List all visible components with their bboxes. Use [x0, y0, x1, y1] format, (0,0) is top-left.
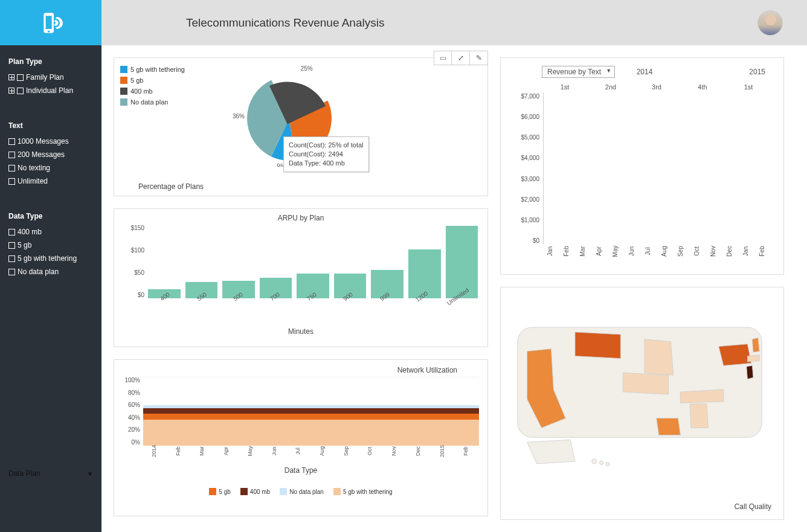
sidebar-item-1000-messages[interactable]: 1000 Messages: [8, 135, 93, 148]
checkbox[interactable]: [17, 88, 24, 94]
checkbox[interactable]: [8, 269, 15, 275]
data-plan-select[interactable]: Data Plan ▼: [8, 469, 93, 478]
header: Telecommunications Revenue Analysis: [101, 0, 807, 45]
avatar[interactable]: [757, 10, 783, 36]
arpu-panel: ARPU by Plan $150$100$50$0 4005505007007…: [114, 208, 488, 347]
sidebar-item-unlimited[interactable]: Unlimited: [8, 175, 93, 188]
svg-text:25%: 25%: [301, 65, 313, 72]
filters-panel: Plan Type Family Plan Individual Plan Te…: [0, 45, 101, 532]
arpu-xlabel: Minutes: [120, 327, 481, 336]
sidebar-item-individual-plan[interactable]: Individual Plan: [8, 84, 93, 97]
usa-map[interactable]: [508, 295, 776, 494]
network-xlabel: Data Type: [120, 466, 481, 475]
map-panel: Call Quality: [500, 287, 784, 520]
panel-toolbar: ▭ ⤢ ✎: [434, 51, 488, 65]
svg-point-5: [592, 459, 597, 464]
revenue-bars: [543, 93, 771, 244]
network-area: [143, 377, 479, 446]
checkbox[interactable]: [8, 242, 15, 249]
year-2015-label: 2015: [749, 68, 765, 76]
sidebar-item-5gb[interactable]: 5 gb: [8, 239, 93, 252]
sidebar: Plan Type Family Plan Individual Plan Te…: [0, 0, 101, 532]
filter-group-plan-type: Plan Type Family Plan Individual Plan: [8, 57, 93, 97]
network-panel: Network Utilization 100%80%60%40%20%0% 2…: [114, 359, 488, 516]
logo: [0, 0, 101, 45]
checkbox[interactable]: [8, 138, 15, 145]
svg-point-6: [599, 461, 603, 464]
checkbox[interactable]: [8, 229, 15, 236]
edit-button[interactable]: ✎: [470, 51, 488, 65]
sidebar-item-5gb-tethering[interactable]: 5 gb with tethering: [8, 252, 93, 265]
checkbox[interactable]: [8, 152, 15, 158]
plans-pie-panel: ▭ ⤢ ✎ 5 gb with tethering5 gb400 mbNo da…: [114, 57, 488, 196]
revenue-chart-panel: Revenue by Text 2014 2015 1st2nd3rd4th1s…: [500, 57, 784, 275]
arpu-x-axis: 4005505007007509009991200Unlimited: [148, 298, 478, 309]
year-2014-label: 2014: [637, 68, 653, 76]
checkbox[interactable]: [8, 165, 15, 171]
network-legend: 5 gb400 mbNo data plan5 gb with tetherin…: [120, 488, 481, 495]
network-x-axis: 2014FebMarAprMayJunJulAugSepOctNovDec201…: [143, 447, 479, 455]
quarter-labels: 1st2nd3rd4th1st: [542, 83, 771, 91]
pie-legend: 5 gb with tethering5 gb400 mbNo data pla…: [120, 64, 205, 190]
network-y-axis: 100%80%60%40%20%0%: [120, 377, 142, 446]
chevron-down-icon: ▼: [87, 470, 93, 477]
plan-type-title: Plan Type: [8, 57, 93, 66]
checkbox[interactable]: [17, 74, 24, 81]
comment-button[interactable]: ▭: [434, 51, 452, 65]
arpu-y-axis: $150$100$50$0: [120, 225, 147, 298]
filter-group-text: Text 1000 Messages 200 Messages No texti…: [8, 121, 93, 188]
revenue-x-axis: JanFebMarAprMayJunJulAugSepOctNovDecJanF…: [543, 245, 771, 256]
arpu-title: ARPU by Plan: [120, 214, 481, 222]
filter-group-data-type: Data Type 400 mb 5 gb 5 gb with tetherin…: [8, 212, 93, 278]
svg-point-7: [606, 463, 609, 466]
pie-tooltip: Count(Cost): 25% of total Count(Cost): 2…: [283, 136, 369, 172]
expand-icon: [8, 74, 14, 80]
data-type-title: Data Type: [8, 212, 93, 220]
expand-icon: [8, 88, 14, 94]
sidebar-item-400mb[interactable]: 400 mb: [8, 225, 93, 239]
page-title: Telecommunications Revenue Analysis: [186, 16, 384, 30]
sidebar-item-no-data-plan[interactable]: No data plan: [8, 265, 93, 278]
sidebar-item-no-texting[interactable]: No texting: [8, 161, 93, 175]
revenue-measure-select[interactable]: Revenue by Text: [542, 66, 615, 78]
map-caption: Call Quality: [735, 502, 771, 511]
sidebar-item-family-plan[interactable]: Family Plan: [8, 71, 93, 84]
checkbox[interactable]: [8, 255, 15, 262]
expand-button[interactable]: ⤢: [452, 51, 470, 65]
network-title: Network Utilization: [120, 366, 457, 374]
revenue-y-axis: $7,000$6,000$5,000$4,000$3,000$2,000$1,0…: [513, 93, 542, 244]
phone-signal-icon: [39, 11, 63, 35]
pie-caption: Percentage of Plans: [138, 182, 204, 191]
text-title: Text: [8, 121, 93, 130]
sidebar-item-200-messages[interactable]: 200 Messages: [8, 148, 93, 161]
checkbox[interactable]: [8, 178, 15, 185]
svg-text:36%: 36%: [233, 113, 245, 120]
